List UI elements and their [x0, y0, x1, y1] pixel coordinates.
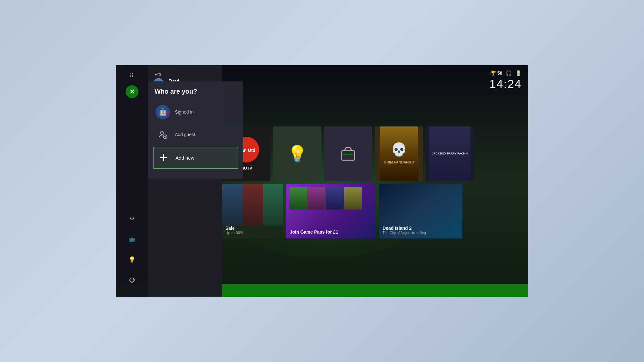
tile-gamepass[interactable]: Join Game Pass for £1 — [286, 184, 376, 238]
tile-grim-fandango[interactable]: 💀 GRIM FANDANGO — [375, 126, 423, 181]
headset-icon: 🎧 — [506, 70, 512, 76]
achievement-icon: 🏆 — [490, 70, 496, 76]
sale-title: Sale — [225, 226, 280, 231]
svg-rect-8 — [342, 151, 355, 160]
dead-island-subtitle: The City of Angels is calling — [383, 231, 459, 235]
signed-in-profile-item[interactable]: 🤖 Signed in — [153, 102, 238, 123]
tile-jackbox[interactable]: JACKBOX PARTY PACK 4 — [426, 126, 474, 181]
main-content-area: Man Utd MUTV 💡 — [222, 65, 528, 297]
gp-game-2 — [308, 187, 325, 209]
settings-icon[interactable]: ⚙ — [125, 211, 139, 226]
tips-bulb-icon: 💡 — [287, 144, 307, 163]
svg-rect-9 — [343, 154, 353, 155]
add-guest-label: Add guest — [175, 132, 195, 137]
who-are-you-panel: Who are you? 🤖 Signed in Add guest — [148, 81, 243, 179]
add-new-label: Add new — [175, 155, 194, 161]
dead-island-title: Dead Island 2 — [383, 226, 459, 231]
tiles-row-2: Sale Up to 80% Join Game Pass for £1 — [222, 184, 528, 238]
tile-store[interactable] — [324, 126, 372, 181]
achievement-badge: 🏆 50 — [490, 70, 502, 76]
jackbox-title: JACKBOX PARTY PACK 4 — [432, 152, 468, 156]
svg-point-0 — [160, 131, 164, 135]
store-bag-icon — [338, 144, 358, 163]
xbox-x-icon: ✕ — [129, 88, 135, 96]
sale-games-bg — [222, 184, 283, 226]
profile-section-title: Pro — [153, 72, 217, 77]
sale-game-1 — [222, 184, 242, 226]
gp-game-3 — [326, 187, 344, 209]
gamepass-thumbnails — [289, 187, 362, 209]
grim-content: 💀 GRIM FANDANGO — [380, 126, 419, 181]
battery-icon: 🔋 — [515, 70, 522, 76]
grim-title: GRIM FANDANGO — [382, 159, 416, 166]
power-icon[interactable]: ⏻ — [125, 273, 139, 287]
grid-dots-icon: ⠿ — [129, 72, 135, 79]
status-bar: 🏆 50 🎧 🔋 14:24 — [489, 70, 522, 91]
achievement-score: 50 — [497, 70, 502, 76]
remote-play-icon[interactable]: 📺 — [125, 232, 139, 246]
sidebar: ⠿ ✕ ⚙ 📺 💡 ⏻ — [116, 65, 148, 297]
add-guest-icon — [156, 127, 170, 142]
tile-dead-island[interactable]: Dead Island 2 The City of Angels is call… — [379, 184, 462, 238]
status-icons-row: 🏆 50 🎧 🔋 — [490, 70, 522, 76]
add-new-item[interactable]: Add new — [153, 147, 238, 169]
sale-subtitle: Up to 80% — [225, 231, 280, 235]
signed-in-label: Signed in — [175, 109, 194, 115]
gp-game-4 — [344, 187, 362, 209]
signed-in-avatar: 🤖 — [156, 105, 170, 119]
gamepass-title: Join Game Pass for £1 — [290, 229, 372, 235]
who-panel-title: Who are you? — [153, 88, 238, 95]
robot-avatar-icon: 🤖 — [158, 108, 167, 116]
xbox-screen: ⠿ ✕ ⚙ 📺 💡 ⏻ Pro 🤖 Davi Who are you? 🤖 Si… — [116, 65, 528, 297]
add-guest-item[interactable]: Add guest — [153, 124, 238, 145]
tile-sale[interactable]: Sale Up to 80% — [222, 184, 283, 238]
gp-game-1 — [289, 187, 307, 209]
sale-game-2 — [242, 184, 263, 226]
skull-icon: 💀 — [391, 142, 407, 157]
tips-icon[interactable]: 💡 — [125, 253, 139, 267]
tile-tips[interactable]: 💡 — [273, 126, 321, 181]
sidebar-bottom-icons: ⚙ 📺 💡 ⏻ — [125, 211, 139, 297]
tiles-area: Man Utd MUTV 💡 — [222, 126, 528, 297]
tiles-row-1: Man Utd MUTV 💡 — [222, 126, 528, 181]
add-new-plus-icon — [156, 151, 171, 165]
clock-display: 14:24 — [489, 78, 522, 91]
xbox-logo[interactable]: ✕ — [126, 85, 138, 98]
sale-game-3 — [263, 184, 283, 226]
